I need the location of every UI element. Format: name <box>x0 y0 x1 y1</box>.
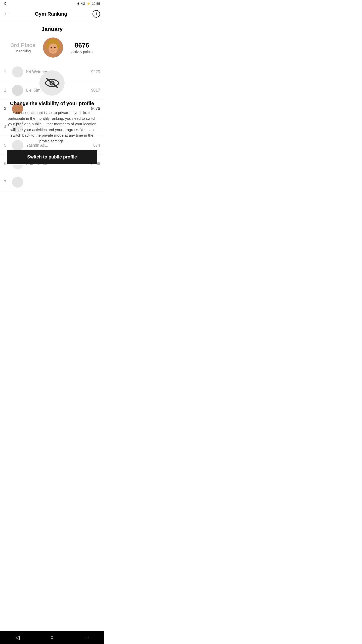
signal-indicator: 4G <box>81 2 85 6</box>
time-display: 12:55 <box>92 2 100 6</box>
visibility-icon-container <box>39 70 65 96</box>
visibility-description: Your user account is set to private. If … <box>6 110 98 144</box>
stats-row: 3rd Place in ranking 8676 activity point… <box>0 35 104 63</box>
rank-number-7: 7 <box>4 180 9 184</box>
page-title: Gym Ranking <box>35 11 67 17</box>
visibility-title: Change the visibility of your profile <box>10 101 94 106</box>
ranking-row-7: 7 <box>0 173 104 191</box>
switch-to-public-button[interactable]: Switch to public profile <box>7 150 97 164</box>
month-title: January <box>4 26 100 32</box>
back-button[interactable]: ← <box>4 11 10 17</box>
app-header: ← Gym Ranking i <box>0 7 104 21</box>
rank-stat: 3rd Place in ranking <box>11 42 35 53</box>
eye-slash-icon <box>44 77 60 89</box>
bluetooth-icon: ✱ <box>77 2 80 6</box>
svg-point-5 <box>51 47 52 49</box>
avatar-7 <box>12 177 23 188</box>
points-stat: 8676 activity points <box>71 42 93 54</box>
rank-value: 3rd Place <box>11 42 35 49</box>
notification-icon: 🗒 <box>4 2 7 5</box>
battery-icon: ⚡ <box>86 2 90 6</box>
points-value: 8676 <box>71 42 93 49</box>
month-section: January <box>0 21 104 35</box>
points-label: activity points <box>71 50 93 54</box>
visibility-modal: Change the visibility of your profile Yo… <box>0 70 104 164</box>
rank-label: in ranking <box>11 49 35 53</box>
user-avatar <box>43 37 63 58</box>
status-right-group: ✱ 4G ⚡ 12:55 <box>77 2 100 6</box>
svg-point-4 <box>49 44 58 54</box>
svg-point-6 <box>54 47 56 49</box>
info-button[interactable]: i <box>93 10 100 18</box>
status-bar: 🗒 ✱ 4G ⚡ 12:55 <box>0 0 104 7</box>
